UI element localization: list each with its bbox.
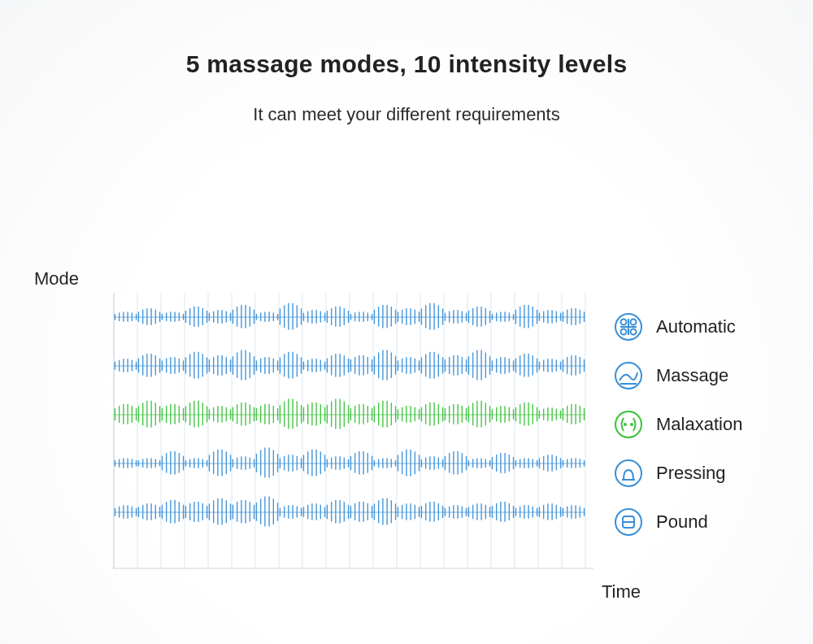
- malaxation-icon: [614, 410, 643, 439]
- pressing-icon: [614, 459, 643, 488]
- page-title: 5 massage modes, 10 intensity levels: [0, 50, 813, 78]
- mode-row-pressing: Pressing: [614, 449, 801, 498]
- svg-point-630: [631, 320, 637, 325]
- pound-icon: [614, 507, 643, 537]
- mode-row-massage: Massage: [614, 351, 801, 400]
- svg-point-636: [615, 411, 641, 437]
- mode-label: Pressing: [656, 463, 726, 484]
- mode-row-automatic: Automatic: [614, 302, 801, 351]
- mode-row-pound: Pound: [614, 498, 801, 546]
- y-axis-label: Mode: [34, 268, 79, 289]
- mode-row-malaxation: Malaxation: [614, 400, 801, 449]
- svg-point-631: [621, 329, 627, 335]
- x-axis-label: Time: [602, 581, 641, 603]
- mode-label: Automatic: [656, 316, 736, 337]
- mode-label: Pound: [656, 511, 708, 533]
- page-subtitle: It can meet your different requirements: [0, 104, 813, 125]
- svg-point-639: [615, 460, 641, 486]
- svg-point-629: [621, 320, 627, 325]
- mode-label: Massage: [656, 365, 728, 386]
- waveform-chart: [106, 293, 593, 569]
- mode-legend: Automatic Massage Malaxation: [614, 302, 801, 546]
- svg-point-638: [630, 423, 633, 426]
- mode-label: Malaxation: [656, 414, 742, 435]
- svg-point-632: [631, 329, 637, 335]
- page-root: 5 massage modes, 10 intensity levels It …: [0, 0, 813, 644]
- massage-icon: [614, 361, 643, 390]
- svg-point-637: [624, 423, 627, 426]
- automatic-icon: [614, 312, 643, 342]
- chart-area: [106, 293, 593, 569]
